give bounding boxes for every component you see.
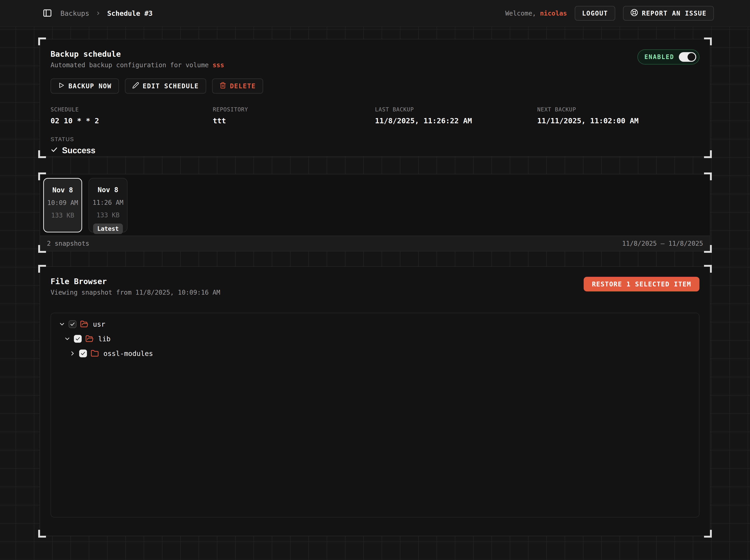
- snapshot-size: 133 KB: [96, 212, 119, 219]
- snapshot-time: 11:26 AM: [93, 199, 123, 206]
- field-last-backup-value: 11/8/2025, 11:26:22 AM: [375, 116, 537, 125]
- folder-icon: [91, 349, 99, 358]
- status-text: Success: [62, 146, 95, 155]
- corner-bracket: [704, 530, 712, 538]
- snapshots-footer: 2 snapshots 11/8/2025 – 11/8/2025: [40, 236, 710, 251]
- chevron-down-icon[interactable]: [59, 321, 65, 327]
- breadcrumb: Backups Schedule #3: [60, 9, 153, 17]
- corner-bracket: [704, 265, 712, 273]
- field-schedule-label: SCHEDULE: [51, 106, 213, 113]
- breadcrumb-backups-link[interactable]: Backups: [60, 9, 89, 17]
- delete-button[interactable]: DELETE: [212, 78, 263, 94]
- enabled-toggle[interactable]: ENABLED: [637, 49, 699, 64]
- trash-icon: [219, 82, 226, 91]
- status-block: STATUS Success: [51, 136, 699, 155]
- tree-row-ossl-modules[interactable]: ossl-modules: [51, 346, 699, 361]
- sidebar-toggle-button[interactable]: [43, 8, 52, 19]
- topbar: Backups Schedule #3 Welcome, nicolas LOG…: [0, 0, 750, 27]
- backup-now-label: BACKUP NOW: [68, 82, 112, 90]
- backup-schedule-card: Backup schedule Automated backup configu…: [40, 39, 710, 157]
- field-last-backup-label: LAST BACKUP: [375, 106, 537, 113]
- edit-schedule-label: EDIT SCHEDULE: [143, 82, 199, 90]
- corner-bracket: [704, 245, 712, 253]
- file-browser-subtitle: Viewing snapshot from 11/8/2025, 10:09:1…: [51, 289, 220, 296]
- snapshot-date: Nov 8: [53, 186, 73, 194]
- logout-label: LOGOUT: [582, 9, 608, 17]
- corner-bracket: [38, 265, 46, 273]
- check-icon: [51, 146, 58, 155]
- welcome-prefix: Welcome,: [505, 9, 540, 17]
- tree-row-lib[interactable]: lib: [51, 332, 699, 346]
- schedule-card-subtitle: Automated backup configuration for volum…: [51, 61, 224, 69]
- play-icon: [58, 82, 65, 91]
- checkbox-ossl-modules[interactable]: [79, 349, 87, 357]
- field-repository-value: ttt: [213, 116, 375, 125]
- welcome-text: Welcome, nicolas: [505, 9, 567, 17]
- corner-bracket: [38, 173, 46, 180]
- delete-label: DELETE: [230, 82, 256, 90]
- snapshot-list: Nov 8 10:09 AM 133 KB Nov 8 11:26 AM 133…: [40, 174, 710, 236]
- file-browser-card: File Browser Viewing snapshot from 11/8/…: [40, 266, 710, 536]
- field-repository-label: REPOSITORY: [213, 106, 375, 113]
- corner-bracket: [704, 173, 712, 180]
- report-issue-label: REPORT AN ISSUE: [642, 9, 707, 17]
- folder-open-icon: [80, 320, 88, 328]
- corner-bracket: [704, 150, 712, 158]
- file-browser-title: File Browser: [51, 277, 220, 286]
- field-next-backup-value: 11/11/2025, 11:02:00 AM: [537, 116, 699, 125]
- checkbox-lib[interactable]: [74, 335, 82, 343]
- field-schedule-value: 02 10 * * 2: [51, 116, 213, 125]
- username: nicolas: [540, 9, 567, 17]
- field-schedule: SCHEDULE 02 10 * * 2: [51, 106, 213, 125]
- sidebar-panel-icon: [43, 8, 52, 19]
- snapshot-size: 133 KB: [51, 212, 74, 219]
- snapshot-card-latest[interactable]: Nov 8 11:26 AM 133 KB Latest: [88, 178, 127, 233]
- corner-bracket: [704, 38, 712, 45]
- toggle-switch[interactable]: [679, 52, 696, 62]
- schedule-fields: SCHEDULE 02 10 * * 2 REPOSITORY ttt LAST…: [51, 106, 699, 125]
- snapshot-count: 2 snapshots: [47, 240, 89, 247]
- toggle-knob: [688, 53, 695, 61]
- corner-bracket: [38, 38, 46, 45]
- chevron-right-icon: [95, 10, 101, 16]
- backup-now-button[interactable]: BACKUP NOW: [51, 78, 119, 94]
- tree-label-lib: lib: [98, 335, 111, 343]
- report-issue-button[interactable]: REPORT AN ISSUE: [623, 6, 714, 21]
- subtitle-prefix: Automated backup configuration for volum…: [51, 61, 213, 69]
- field-last-backup: LAST BACKUP 11/8/2025, 11:26:22 AM: [375, 106, 537, 125]
- field-repository: REPOSITORY ttt: [213, 106, 375, 125]
- lifebuoy-icon: [630, 9, 638, 18]
- tree-label-ossl-modules: ossl-modules: [103, 349, 153, 358]
- chevron-down-icon[interactable]: [64, 335, 71, 342]
- tree-row-usr[interactable]: usr: [51, 317, 699, 332]
- snapshot-date-range: 11/8/2025 – 11/8/2025: [622, 240, 703, 247]
- field-next-backup: NEXT BACKUP 11/11/2025, 11:02:00 AM: [537, 106, 699, 125]
- latest-badge: Latest: [93, 223, 123, 234]
- pencil-icon: [132, 82, 139, 91]
- tree-label-usr: usr: [93, 320, 105, 328]
- corner-bracket: [38, 530, 46, 538]
- checkbox-usr[interactable]: [68, 320, 76, 328]
- status-value: Success: [51, 146, 699, 155]
- folder-open-icon: [85, 335, 94, 343]
- enabled-label: ENABLED: [644, 54, 674, 60]
- snapshots-section: Nov 8 10:09 AM 133 KB Nov 8 11:26 AM 133…: [40, 174, 710, 252]
- logout-button[interactable]: LOGOUT: [575, 6, 615, 21]
- corner-bracket: [38, 245, 46, 253]
- snapshot-card-selected[interactable]: Nov 8 10:09 AM 133 KB: [43, 178, 82, 233]
- snapshot-date: Nov 8: [98, 186, 118, 194]
- field-next-backup-label: NEXT BACKUP: [537, 106, 699, 113]
- breadcrumb-current-page: Schedule #3: [107, 9, 153, 17]
- chevron-right-icon[interactable]: [69, 350, 76, 357]
- file-tree: usr lib ossl-modules: [51, 313, 699, 517]
- snapshot-time: 10:09 AM: [47, 199, 78, 206]
- edit-schedule-button[interactable]: EDIT SCHEDULE: [125, 78, 206, 94]
- schedule-card-title: Backup schedule: [51, 49, 224, 59]
- volume-name: sss: [213, 61, 224, 69]
- corner-bracket: [38, 150, 46, 158]
- status-label: STATUS: [51, 136, 699, 142]
- restore-selected-button[interactable]: RESTORE 1 SELECTED ITEM: [584, 277, 699, 292]
